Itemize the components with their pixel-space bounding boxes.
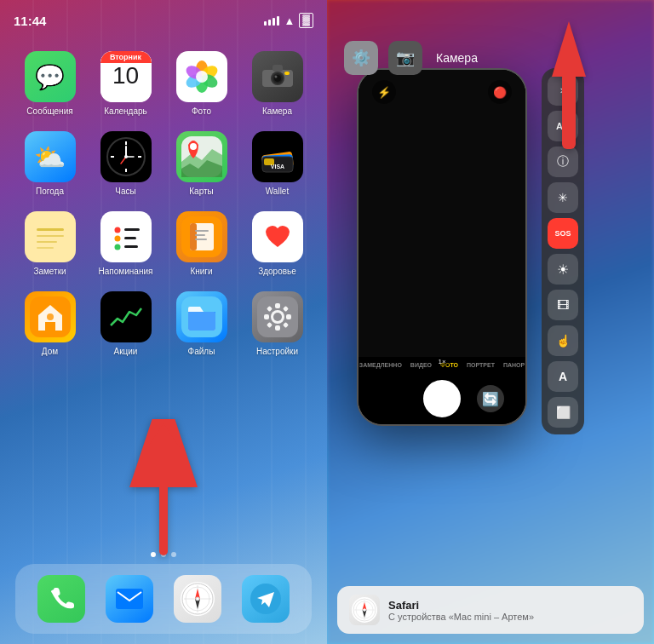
app-files-label: Файлы: [188, 347, 215, 356]
app-home-label: Дом: [42, 347, 58, 356]
app-maps-label: Карты: [189, 187, 214, 196]
app-weather-label: Погода: [36, 187, 64, 196]
svg-point-23: [124, 155, 128, 158]
app-camera[interactable]: Камера: [243, 51, 312, 116]
svg-point-57: [273, 313, 282, 321]
app-notes-label: Заметки: [33, 267, 66, 276]
app-weather[interactable]: ⛅ Погода: [15, 131, 84, 196]
svg-rect-9: [272, 65, 283, 72]
app-stocks[interactable]: Акции: [91, 291, 160, 356]
app-switcher-card: ⚡ 🔴 1× ЗАМЕДЛЕННО ВИДЕО ФОТО ПОРТРЕТ ПАН…: [357, 68, 527, 426]
camera-top-controls: ⚡ 🔴: [359, 80, 525, 104]
mode-slow: ЗАМЕДЛЕННО: [359, 362, 402, 368]
control-brightness: ☀: [548, 254, 578, 285]
app-wallet[interactable]: VISA Wallet: [243, 131, 312, 196]
app-photos[interactable]: Фото: [167, 51, 236, 116]
clock-display: 11:44: [14, 14, 46, 28]
app-grid: 💬 Сообщения Вторник 10 Календарь: [0, 43, 327, 365]
app-home[interactable]: Дом: [15, 291, 84, 356]
app-notes-icon: [25, 211, 76, 262]
app-settings-label: Настройки: [256, 347, 298, 356]
mini-settings-icon: ⚙️: [344, 41, 378, 75]
mini-camera-label: Камера: [436, 51, 478, 65]
flip-camera-button[interactable]: 🔄: [477, 385, 504, 412]
app-calendar[interactable]: Вторник 10 Календарь: [91, 51, 160, 116]
svg-rect-60: [264, 314, 269, 319]
svg-rect-46: [190, 223, 197, 250]
zoom-level: 1×: [433, 357, 450, 366]
control-sos: SOS: [548, 218, 578, 249]
svg-rect-80: [562, 72, 576, 149]
app-reminders-icon: [100, 211, 152, 262]
viewfinder: [359, 70, 525, 357]
app-calendar-label: Календарь: [104, 106, 146, 116]
left-screen: 11:44 ▲ ▓ 💬 Сообщения Вторник: [0, 0, 327, 644]
svg-rect-43: [124, 245, 138, 248]
app-maps-icon: [176, 131, 227, 182]
app-notes[interactable]: Заметки: [15, 211, 84, 276]
app-messages[interactable]: 💬 Сообщения: [15, 51, 84, 116]
control-hand: ☝: [548, 325, 578, 356]
status-icons: ▲ ▓: [264, 13, 313, 28]
app-maps[interactable]: Карты: [167, 131, 236, 196]
control-asterisk: ✳: [548, 182, 578, 213]
calendar-date: 10: [112, 63, 139, 89]
control-film: 🎞: [548, 290, 578, 320]
dock-mail[interactable]: [106, 575, 153, 623]
status-bar: 11:44 ▲ ▓: [0, 0, 327, 34]
gallery-preview: [380, 385, 407, 412]
safari-notif-title: Safari: [388, 599, 632, 612]
svg-point-74: [196, 597, 199, 601]
svg-rect-49: [195, 239, 207, 240]
app-health[interactable]: Здоровье: [243, 211, 312, 276]
svg-rect-34: [37, 235, 64, 237]
mini-app-row: ⚙️ 📷 Камера: [344, 41, 478, 75]
safari-notif-content: Safari С устройства «Mac mini – Артем»: [388, 599, 632, 622]
safari-notif-icon: [349, 595, 380, 625]
app-clock[interactable]: Часы: [91, 131, 160, 196]
app-health-label: Здоровье: [258, 267, 296, 276]
app-stocks-icon: [100, 291, 152, 342]
app-books-label: Книги: [190, 267, 212, 276]
camera-preview: ⚡ 🔴 1× ЗАМЕДЛЕННО ВИДЕО ФОТО ПОРТРЕТ ПАН…: [359, 70, 525, 424]
mode-panorama: ПАНОР: [503, 362, 525, 368]
dock-safari[interactable]: [174, 575, 221, 623]
svg-rect-58: [275, 303, 280, 308]
safari-notification[interactable]: Safari С устройства «Mac mini – Артем»: [337, 586, 644, 634]
app-reminders[interactable]: Напоминания: [91, 211, 160, 276]
live-icon: 🔴: [488, 80, 512, 104]
svg-point-38: [114, 227, 120, 233]
app-messages-label: Сообщения: [26, 106, 72, 116]
svg-point-40: [114, 244, 120, 250]
svg-marker-79: [552, 21, 586, 77]
svg-rect-59: [275, 325, 280, 331]
svg-rect-36: [37, 247, 54, 249]
svg-rect-42: [124, 237, 136, 239]
svg-rect-47: [195, 230, 209, 232]
svg-text:VISA: VISA: [270, 164, 284, 170]
app-clock-icon: [100, 131, 152, 182]
app-reminders-label: Напоминания: [99, 267, 153, 276]
app-books[interactable]: Книги: [167, 211, 236, 276]
app-wallet-label: Wallet: [266, 187, 289, 196]
dock-telegram[interactable]: [242, 575, 290, 623]
app-settings[interactable]: Настройки: [243, 291, 312, 356]
svg-point-52: [47, 313, 54, 320]
flash-icon: ⚡: [372, 80, 396, 104]
right-screen: ⚙️ 📷 Камера ⚡ 🔴 1× ЗАМЕДЛЕННО ВИДЕО ФОТО…: [327, 0, 654, 644]
battery-icon: ▓: [299, 13, 313, 28]
shutter-button[interactable]: [423, 380, 461, 417]
right-swipe-arrow: [535, 17, 603, 157]
app-camera-label: Камера: [262, 106, 292, 116]
app-weather-icon: ⛅: [25, 131, 76, 182]
control-square: ⬜: [548, 397, 578, 428]
app-photos-icon: [176, 51, 227, 102]
dock: [15, 564, 312, 634]
app-files-icon: [176, 291, 227, 342]
app-stocks-label: Акции: [114, 347, 138, 356]
app-files[interactable]: Файлы: [167, 291, 236, 356]
dock-phone[interactable]: [37, 575, 85, 623]
svg-point-13: [274, 76, 277, 78]
svg-rect-14: [284, 72, 290, 75]
app-camera-icon: [252, 51, 303, 102]
